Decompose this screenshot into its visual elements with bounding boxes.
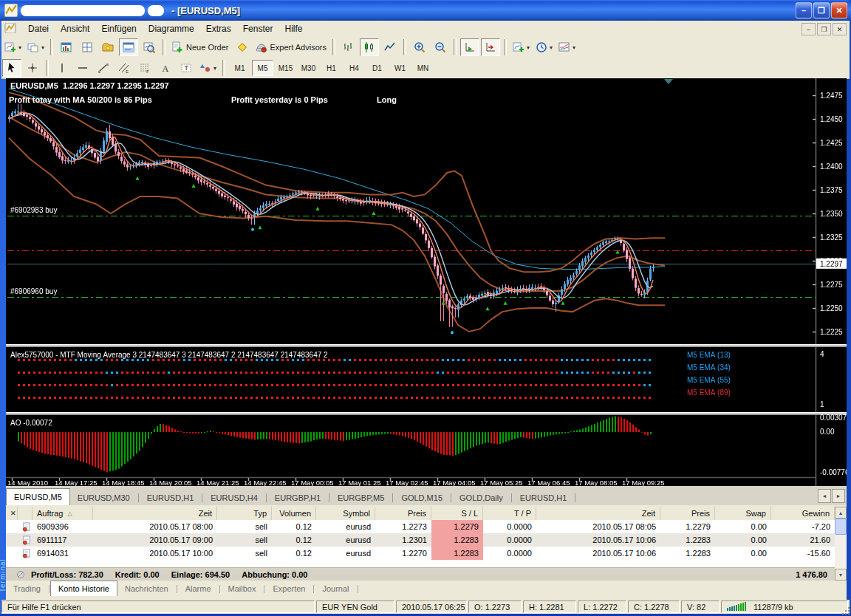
col-header-t-p[interactable]: T / P bbox=[483, 507, 536, 520]
text-button[interactable]: A bbox=[156, 59, 175, 77]
indicators-button[interactable]: ▾ bbox=[510, 38, 532, 56]
col-header-icon-column[interactable] bbox=[18, 507, 33, 520]
horizontal-line-button[interactable] bbox=[73, 59, 92, 77]
chart-shift-button[interactable] bbox=[481, 38, 500, 56]
cursor-button[interactable] bbox=[2, 59, 21, 77]
col-header-s-l[interactable]: S / L bbox=[431, 507, 483, 520]
terminal-close-icon[interactable]: ✕ bbox=[10, 510, 16, 517]
order-row-6911117[interactable]: 69111172010.05.17 09:00sell0.12eurusd1.2… bbox=[6, 533, 835, 547]
child-minimize-button[interactable]: – bbox=[802, 23, 816, 35]
minimize-button[interactable]: – bbox=[796, 2, 812, 18]
zoom-in-button[interactable] bbox=[410, 38, 429, 56]
chevron-down-icon[interactable]: ▾ bbox=[573, 44, 575, 51]
trendline-button[interactable] bbox=[94, 59, 113, 77]
arrows-button[interactable]: ▾ bbox=[197, 59, 219, 77]
chart-candles-button[interactable] bbox=[360, 38, 379, 56]
menu-ansicht[interactable]: Ansicht bbox=[55, 22, 95, 35]
scroll-up-icon[interactable]: ▲ bbox=[835, 507, 847, 519]
col-header-preis[interactable]: Preis bbox=[375, 507, 431, 520]
timeframe-h4[interactable]: H4 bbox=[344, 60, 365, 76]
timeframe-m5[interactable]: M5 bbox=[252, 60, 273, 76]
col-header-zeit[interactable]: Zeit bbox=[93, 507, 217, 520]
terminal-tab-experten[interactable]: Experten bbox=[265, 582, 312, 595]
timeframe-d1[interactable]: D1 bbox=[366, 60, 388, 76]
order-row-6914031[interactable]: 69140312010.05.17 10:00sell0.12eurusd1.2… bbox=[6, 547, 835, 560]
col-header-zeit[interactable]: Zeit bbox=[536, 507, 660, 520]
expert-advisors-button[interactable]: Expert Advisors bbox=[253, 38, 329, 56]
vertical-line-button[interactable] bbox=[52, 59, 72, 77]
terminal-tab-alarme[interactable]: Alarme bbox=[178, 582, 219, 595]
col-header-gewinn[interactable]: Gewinn bbox=[771, 507, 835, 520]
menu-datei[interactable]: Datei bbox=[22, 22, 55, 35]
col-header-volumen[interactable]: Volumen bbox=[272, 507, 316, 520]
resize-grip[interactable] bbox=[841, 606, 851, 616]
terminal-tab-journal[interactable]: Journal bbox=[315, 582, 356, 595]
menu-einf-gen[interactable]: Einfügen bbox=[95, 22, 142, 35]
col-header-preis[interactable]: Preis bbox=[660, 507, 715, 520]
chart-tab-gold-m15-6[interactable]: GOLD,M15 bbox=[394, 490, 450, 505]
col-header-close-column[interactable]: ✕ bbox=[6, 507, 18, 520]
timeframe-h1[interactable]: H1 bbox=[321, 60, 342, 76]
strategy-tester-button[interactable] bbox=[140, 38, 159, 56]
timeframe-m1[interactable]: M1 bbox=[229, 60, 250, 76]
timeframe-w1[interactable]: W1 bbox=[389, 60, 411, 76]
chart-tab-gold-daily-7[interactable]: GOLD,Daily bbox=[452, 490, 510, 505]
menu-hilfe[interactable]: Hilfe bbox=[278, 22, 308, 35]
restore-button[interactable]: ❐ bbox=[813, 2, 830, 18]
market-watch-button[interactable] bbox=[57, 38, 76, 56]
terminal-toggle-button[interactable] bbox=[119, 38, 138, 56]
crosshair-button[interactable] bbox=[23, 59, 42, 77]
new-chart-button[interactable]: ▾ bbox=[2, 38, 24, 56]
chart-line-button[interactable] bbox=[380, 38, 400, 56]
new-order-button[interactable]: Neue Order bbox=[169, 38, 230, 56]
close-button[interactable]: ✕ bbox=[831, 2, 847, 18]
terminal-tab-nachrichten[interactable]: Nachrichten bbox=[117, 582, 176, 595]
profiles-button[interactable]: ▾ bbox=[25, 38, 47, 56]
scroll-down-icon[interactable]: ▼ bbox=[835, 569, 847, 581]
text-label-button[interactable]: T bbox=[177, 59, 196, 77]
zoom-out-button[interactable] bbox=[431, 38, 450, 56]
equidistant-channel-button[interactable]: E bbox=[115, 59, 134, 77]
chevron-down-icon[interactable]: ▾ bbox=[527, 44, 530, 51]
child-close-button[interactable]: ✕ bbox=[833, 23, 847, 35]
chart-bars-button[interactable] bbox=[339, 38, 358, 56]
periods-button[interactable]: ▾ bbox=[533, 38, 555, 56]
col-header-auftrag[interactable]: Auftrag△ bbox=[33, 507, 93, 520]
fibonacci-button[interactable]: F bbox=[135, 59, 154, 77]
chart-tab-eurusd-m5-0[interactable]: EURUSD,M5 bbox=[6, 488, 70, 505]
tab-scroll-right-icon[interactable]: ► bbox=[832, 489, 845, 503]
terminal-tab-konto-historie[interactable]: Konto Historie bbox=[50, 581, 117, 596]
chart-tab-eurgbp-h1-4[interactable]: EURGBP,H1 bbox=[267, 490, 328, 505]
title-bar[interactable]: - [EURUSD,M5] –❐✕ bbox=[0, 0, 851, 21]
chevron-down-icon[interactable]: ▾ bbox=[41, 44, 44, 51]
metaeditor-button[interactable] bbox=[233, 38, 252, 56]
chart-tab-eurusd-h1-2[interactable]: EURUSD,H1 bbox=[140, 490, 202, 505]
chevron-down-icon[interactable]: ▾ bbox=[213, 65, 216, 72]
tab-scroll-left-icon[interactable]: ◄ bbox=[818, 489, 831, 503]
chart-system-menu-icon[interactable] bbox=[4, 23, 18, 35]
menu-fenster[interactable]: Fenster bbox=[237, 22, 279, 35]
col-header-swap[interactable]: Swap bbox=[715, 507, 771, 520]
auto-scroll-button[interactable] bbox=[460, 38, 479, 56]
terminal-tab-mailbox[interactable]: Mailbox bbox=[221, 582, 264, 595]
chart-tab-eurusd-m30-1[interactable]: EURUSD,M30 bbox=[70, 490, 137, 505]
price-chart-canvas[interactable] bbox=[6, 78, 847, 486]
col-header-symbol[interactable]: Symbol bbox=[316, 507, 375, 520]
scrollbar-thumb[interactable] bbox=[835, 519, 847, 535]
chevron-down-icon[interactable]: ▾ bbox=[550, 44, 553, 51]
col-header-typ[interactable]: Typ bbox=[217, 507, 272, 520]
timeframe-m30[interactable]: M30 bbox=[298, 60, 319, 76]
templates-button[interactable]: ▾ bbox=[556, 38, 578, 56]
terminal-tab-trading[interactable]: Trading bbox=[6, 582, 48, 595]
chevron-down-icon[interactable]: ▾ bbox=[18, 44, 21, 51]
menu-extras[interactable]: Extras bbox=[200, 22, 237, 35]
order-row-6909396[interactable]: 69093962010.05.17 08:00sell0.12eurusd1.2… bbox=[6, 520, 835, 533]
menu-diagramme[interactable]: Diagramme bbox=[143, 22, 200, 35]
timeframe-m15[interactable]: M15 bbox=[275, 60, 296, 76]
data-window-button[interactable] bbox=[78, 38, 97, 56]
chart-tab-eurusd-h4-3[interactable]: EURUSD,H4 bbox=[203, 490, 265, 505]
navigator-button[interactable] bbox=[98, 38, 117, 56]
chart-tab-eurusd-h1-8[interactable]: EURUSD,H1 bbox=[513, 490, 575, 505]
child-restore-button[interactable]: ❐ bbox=[817, 23, 831, 35]
chart-tab-eurgbp-m5-5[interactable]: EURGBP,M5 bbox=[330, 490, 392, 505]
